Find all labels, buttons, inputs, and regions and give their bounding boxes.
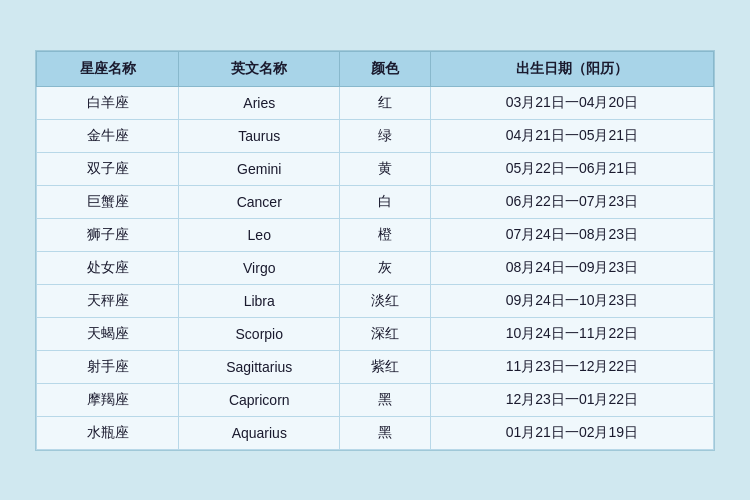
table-row: 巨蟹座Cancer白06月22日一07月23日 — [37, 185, 714, 218]
cell-dates: 05月22日一06月21日 — [430, 152, 713, 185]
cell-dates: 10月24日一11月22日 — [430, 317, 713, 350]
cell-chinese-name: 狮子座 — [37, 218, 179, 251]
cell-dates: 01月21日一02月19日 — [430, 416, 713, 449]
table-row: 双子座Gemini黄05月22日一06月21日 — [37, 152, 714, 185]
table-row: 射手座Sagittarius紫红11月23日一12月22日 — [37, 350, 714, 383]
cell-chinese-name: 处女座 — [37, 251, 179, 284]
table-row: 金牛座Taurus绿04月21日一05月21日 — [37, 119, 714, 152]
cell-english-name: Aries — [179, 86, 340, 119]
cell-english-name: Leo — [179, 218, 340, 251]
header-english-name: 英文名称 — [179, 51, 340, 86]
cell-english-name: Capricorn — [179, 383, 340, 416]
cell-english-name: Taurus — [179, 119, 340, 152]
cell-color: 绿 — [340, 119, 431, 152]
cell-english-name: Scorpio — [179, 317, 340, 350]
cell-chinese-name: 水瓶座 — [37, 416, 179, 449]
header-color: 颜色 — [340, 51, 431, 86]
table-header-row: 星座名称 英文名称 颜色 出生日期（阳历） — [37, 51, 714, 86]
table-row: 狮子座Leo橙07月24日一08月23日 — [37, 218, 714, 251]
cell-color: 橙 — [340, 218, 431, 251]
cell-english-name: Virgo — [179, 251, 340, 284]
cell-chinese-name: 白羊座 — [37, 86, 179, 119]
table-row: 白羊座Aries红03月21日一04月20日 — [37, 86, 714, 119]
cell-chinese-name: 巨蟹座 — [37, 185, 179, 218]
table-row: 处女座Virgo灰08月24日一09月23日 — [37, 251, 714, 284]
table-row: 摩羯座Capricorn黑12月23日一01月22日 — [37, 383, 714, 416]
cell-color: 黑 — [340, 416, 431, 449]
header-birthdate: 出生日期（阳历） — [430, 51, 713, 86]
cell-dates: 04月21日一05月21日 — [430, 119, 713, 152]
header-chinese-name: 星座名称 — [37, 51, 179, 86]
cell-english-name: Aquarius — [179, 416, 340, 449]
cell-dates: 12月23日一01月22日 — [430, 383, 713, 416]
cell-english-name: Libra — [179, 284, 340, 317]
cell-chinese-name: 天蝎座 — [37, 317, 179, 350]
cell-english-name: Gemini — [179, 152, 340, 185]
cell-chinese-name: 射手座 — [37, 350, 179, 383]
cell-color: 黄 — [340, 152, 431, 185]
cell-dates: 06月22日一07月23日 — [430, 185, 713, 218]
cell-dates: 08月24日一09月23日 — [430, 251, 713, 284]
cell-color: 灰 — [340, 251, 431, 284]
cell-color: 红 — [340, 86, 431, 119]
cell-color: 白 — [340, 185, 431, 218]
zodiac-table-container: 星座名称 英文名称 颜色 出生日期（阳历） 白羊座Aries红03月21日一04… — [35, 50, 715, 451]
cell-chinese-name: 天秤座 — [37, 284, 179, 317]
cell-dates: 09月24日一10月23日 — [430, 284, 713, 317]
table-row: 水瓶座Aquarius黑01月21日一02月19日 — [37, 416, 714, 449]
cell-dates: 03月21日一04月20日 — [430, 86, 713, 119]
cell-dates: 07月24日一08月23日 — [430, 218, 713, 251]
cell-color: 深红 — [340, 317, 431, 350]
cell-color: 淡红 — [340, 284, 431, 317]
cell-english-name: Sagittarius — [179, 350, 340, 383]
cell-dates: 11月23日一12月22日 — [430, 350, 713, 383]
cell-chinese-name: 金牛座 — [37, 119, 179, 152]
cell-english-name: Cancer — [179, 185, 340, 218]
zodiac-table: 星座名称 英文名称 颜色 出生日期（阳历） 白羊座Aries红03月21日一04… — [36, 51, 714, 450]
cell-color: 紫红 — [340, 350, 431, 383]
table-row: 天秤座Libra淡红09月24日一10月23日 — [37, 284, 714, 317]
table-row: 天蝎座Scorpio深红10月24日一11月22日 — [37, 317, 714, 350]
cell-color: 黑 — [340, 383, 431, 416]
table-body: 白羊座Aries红03月21日一04月20日金牛座Taurus绿04月21日一0… — [37, 86, 714, 449]
cell-chinese-name: 双子座 — [37, 152, 179, 185]
cell-chinese-name: 摩羯座 — [37, 383, 179, 416]
